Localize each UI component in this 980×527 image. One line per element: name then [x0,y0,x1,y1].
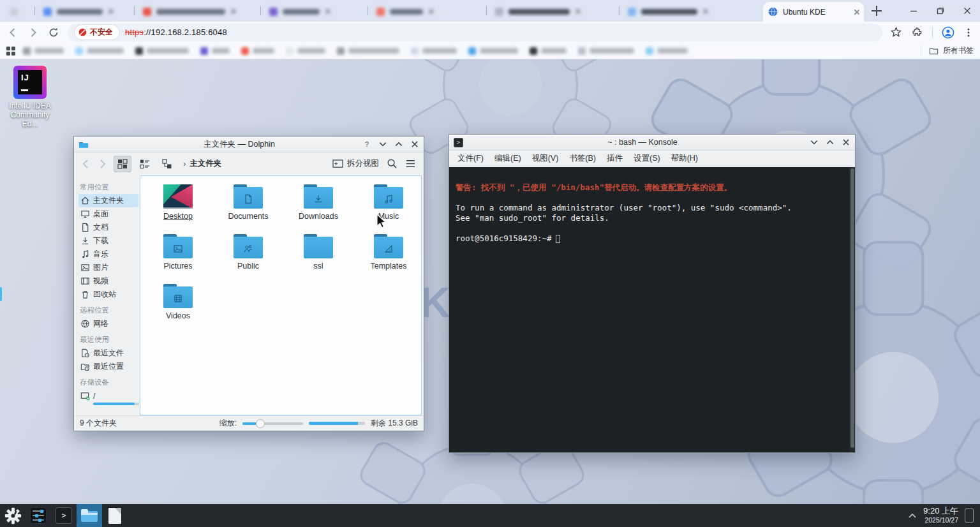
konsole-titlebar[interactable]: > ~ : bash — Konsole [449,135,855,151]
apps-grid-icon[interactable] [6,47,15,56]
dolphin-folder-view[interactable]: Desktop Documents Downloads [140,175,422,415]
browser-tab-blurred[interactable] [137,3,258,20]
menu-file[interactable]: 文件(F) [457,153,484,164]
close-icon[interactable] [410,140,419,149]
menu-settings[interactable]: 设置(S) [634,153,660,164]
minimize-icon[interactable] [810,138,819,147]
system-settings-task[interactable] [26,504,51,527]
bookmark-item-blurred[interactable] [578,47,634,55]
dolphin-task-active[interactable] [77,504,102,527]
forward-button[interactable] [95,157,109,171]
bookmark-item-blurred[interactable] [75,47,124,55]
scrollbar-thumb[interactable] [850,168,854,448]
breadcrumb-chevron-icon: › [183,159,186,168]
tree-view-button[interactable] [158,156,176,172]
digital-clock[interactable]: 9:20 上午 2025/10/27 [923,507,958,524]
document-task[interactable] [102,504,128,527]
zoom-slider[interactable] [242,422,303,425]
desktop-shortcut-intellij[interactable]: IJ IntelliJ IDEA Community Ed... [3,66,57,128]
address-bar[interactable]: 不安全 https://192.168.2.185:6048 [68,24,882,41]
security-chip[interactable]: 不安全 [74,24,120,40]
sidebar-item-videos[interactable]: 视频 [78,274,138,288]
bookmark-item-blurred[interactable] [200,47,230,55]
bookmark-item-blurred[interactable] [646,47,688,55]
bookmark-item-blurred[interactable] [241,47,274,55]
help-button[interactable]: ? [362,140,371,149]
browser-tab-active[interactable]: Ubuntu KDE [763,2,864,22]
breadcrumb[interactable]: › 主文件夹 [183,158,221,169]
menu-view[interactable]: 视图(V) [532,153,559,164]
menu-edit[interactable]: 编辑(E) [494,153,521,164]
maximize-icon[interactable] [826,138,835,147]
forward-button[interactable] [27,26,40,39]
profile-button[interactable] [942,26,954,39]
konsole-task[interactable]: > [51,504,77,527]
back-button[interactable] [79,157,93,171]
folder-item-templates[interactable]: Templates [353,231,422,281]
sidebar-item-recent-locations[interactable]: 最近位置 [78,360,138,373]
sidebar-item-pictures[interactable]: 图片 [78,261,138,274]
folder-label: Documents [228,212,268,221]
bookmark-star-button[interactable] [890,26,902,38]
chrome-menu-button[interactable] [963,27,974,38]
bookmark-item-blurred[interactable] [23,47,64,55]
maximize-icon[interactable] [394,140,403,149]
sidebar-item-documents[interactable]: 文档 [78,221,138,234]
browser-tab-blurred[interactable] [4,3,32,20]
window-minimize-button[interactable] [901,0,926,22]
browser-tab-blurred[interactable] [489,3,616,20]
trash-icon [80,290,90,299]
folder-item-music[interactable]: Music [353,181,422,231]
folder-item-desktop[interactable]: Desktop [143,181,213,231]
sidebar-item-music[interactable]: 音乐 [78,248,138,261]
menu-plugins[interactable]: 插件 [607,153,623,164]
zoom-slider-handle[interactable] [256,419,265,428]
back-button[interactable] [6,26,19,39]
menu-bookmarks[interactable]: 书签(B) [569,153,596,164]
terminal-scrollbar[interactable] [849,167,855,452]
sidebar-item-network[interactable]: 网络 [78,317,138,330]
window-restore-button[interactable] [928,0,953,22]
menu-help[interactable]: 帮助(H) [671,153,698,164]
bookmark-item-blurred[interactable] [135,47,189,55]
browser-tab-blurred[interactable] [263,3,365,20]
details-view-button[interactable] [136,156,154,172]
browser-tab-blurred[interactable] [370,3,484,20]
folder-item-ssl[interactable]: ssl [283,231,353,281]
folder-item-videos[interactable]: Videos [143,281,213,330]
sidebar-item-downloads[interactable]: 下载 [78,234,138,248]
reload-button[interactable] [47,26,60,39]
split-view-button[interactable]: 拆分视图 [332,158,379,169]
folder-item-public[interactable]: Public [213,231,283,281]
folder-item-downloads[interactable]: Downloads [283,181,353,231]
icons-view-button[interactable] [114,156,131,172]
bookmark-item-blurred[interactable] [468,47,518,55]
sidebar-item-trash[interactable]: 回收站 [78,288,138,301]
show-desktop-button[interactable] [965,508,974,523]
sidebar-item-desktop[interactable]: 桌面 [78,207,138,221]
search-button[interactable] [387,158,397,169]
app-launcher-button[interactable] [0,504,26,527]
bookmark-item-blurred[interactable] [411,47,457,55]
hamburger-menu-button[interactable] [405,159,416,168]
new-tab-button[interactable] [872,6,882,16]
bookmark-item-blurred[interactable] [337,47,399,55]
sidebar-item-root-drive[interactable]: / [78,389,138,403]
window-close-button[interactable] [954,0,980,22]
terminal-area[interactable]: 警告: 找不到 "，已使用 "/bin/bash"替代启动。请检查配置方案的设置… [449,167,855,452]
minimize-icon[interactable] [378,140,387,149]
tray-expand-icon[interactable] [908,512,917,519]
bookmark-item-blurred[interactable] [530,47,567,55]
folder-item-documents[interactable]: Documents [213,181,283,231]
browser-tab-blurred[interactable] [37,3,131,20]
sidebar-item-home[interactable]: 主文件夹 [78,194,138,207]
dolphin-titlebar[interactable]: 主文件夹 — Dolphin ? [74,137,424,152]
sidebar-item-recent-files[interactable]: 最近文件 [78,346,138,360]
all-bookmarks-button[interactable]: 所有书签 [921,45,974,56]
bookmark-item-blurred[interactable] [286,47,325,55]
browser-tab-blurred[interactable] [621,3,758,20]
folder-item-pictures[interactable]: Pictures [143,231,213,281]
tab-close-icon[interactable] [854,10,859,15]
extensions-button[interactable] [911,26,923,38]
close-icon[interactable] [842,138,850,147]
